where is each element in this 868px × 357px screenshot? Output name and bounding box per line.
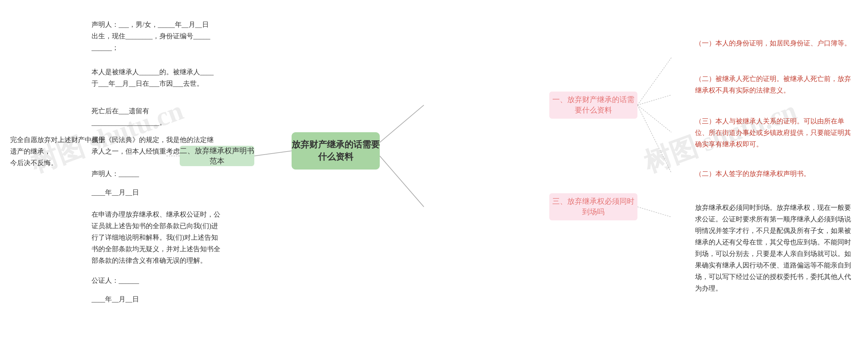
svg-line-0 — [254, 151, 292, 156]
right-text-block3: （三）本人与被继承人关系的证明。可以由所在单位、所在街道办事处或乡镇政府提供，只… — [695, 115, 851, 150]
branch-node-right-top: 一、放弃财产继承的话需要什么资料 — [549, 92, 637, 119]
left-text-block9: 公证人：______ — [92, 275, 159, 286]
left-text-block7: ____年__月__日 — [92, 186, 159, 198]
left-text-block10: ____年__月__日 — [92, 293, 159, 305]
right-text-block2: （二）被继承人死亡的证明。被继承人死亡前，放弃继承权不具有实际的法律意义。 — [695, 73, 851, 96]
right-text-block4: （二）本人签字的放弃继承权声明书。 — [695, 168, 851, 179]
mind-map: 树图 shutu.cn 树图 shutu.cn 放弃财产继承的话需要什么资料 二… — [0, 0, 868, 357]
svg-line-5 — [637, 95, 671, 105]
left-text-block8: 在申请办理放弃继承权、继承权公证时，公证员就上述告知书的全部条款已向我(们)进行… — [92, 209, 220, 266]
branch-right-top-label: 一、放弃财产继承的话需要什么资料 — [549, 95, 637, 116]
svg-line-4 — [637, 58, 671, 105]
right-text-block5: 放弃继承权必须同时到场。放弃继承权，现在一般要求公证。公证时要求所有第一顺序继承… — [695, 202, 851, 294]
svg-line-2 — [380, 156, 424, 207]
left-text-block2: 本人是被继承人______的。被继承人____于___年__月__日在___市因… — [92, 66, 214, 89]
left-text-block4: 完全自愿放弃对上述财产中属于遗产的继承，今后决不反悔。 — [10, 134, 105, 168]
branch-node-left: 二、放弃继承权声明书范本 — [180, 146, 254, 166]
svg-line-8 — [637, 207, 671, 217]
branch-right-mid-label: 三、放弃继承权必须同时到场吗 — [549, 196, 637, 217]
svg-line-6 — [637, 105, 671, 132]
left-text-block3: 死亡后在___遗留有____________________。 — [92, 105, 214, 128]
svg-line-7 — [637, 105, 671, 173]
svg-line-1 — [380, 105, 424, 142]
left-text-block6: 声明人：______ — [92, 168, 159, 179]
central-node: 放弃财产继承的话需要什么资料 — [292, 132, 380, 170]
central-node-label: 放弃财产继承的话需要什么资料 — [292, 139, 380, 163]
left-text-block1: 声明人：___，男/女，_____年__月__日出生，现住________，身份… — [92, 19, 214, 53]
branch-left-label: 二、放弃继承权声明书范本 — [180, 146, 254, 166]
branch-node-right-mid: 三、放弃继承权必须同时到场吗 — [549, 193, 637, 220]
right-text-block1: （一）本人的身份证明，如居民身份证、户口簿等。 — [695, 37, 851, 49]
